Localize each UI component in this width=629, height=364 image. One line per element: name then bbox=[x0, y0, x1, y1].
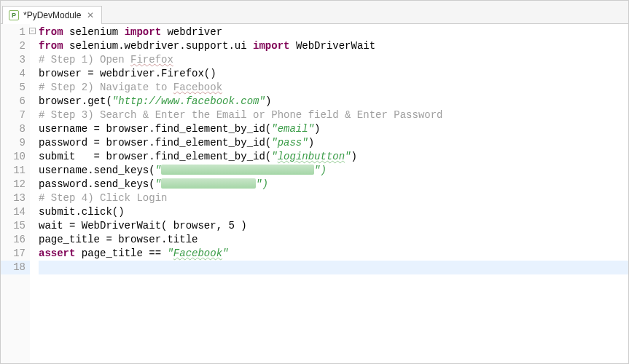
line-number: 8 bbox=[1, 122, 30, 136]
line-number: 5 bbox=[1, 81, 30, 95]
code-line: # Step 2) Navigate to Facebook bbox=[39, 81, 628, 95]
code-line: wait = WebDriverWait( browser, 5 ) bbox=[39, 219, 628, 233]
line-number: 2 bbox=[1, 39, 30, 53]
line-number: 15 bbox=[1, 219, 30, 233]
line-number-gutter: 1− 2 3 4 5 6 7 8 9 10 11 12 13 14 15 16 … bbox=[1, 24, 30, 363]
code-line: username = browser.find_element_by_id("e… bbox=[39, 122, 628, 136]
line-number: 4 bbox=[1, 67, 30, 81]
tab-bar: P *PyDevModule ✕ bbox=[1, 1, 628, 24]
line-number: 17 bbox=[1, 247, 30, 261]
line-number: 7 bbox=[1, 108, 30, 122]
line-number: 13 bbox=[1, 191, 30, 205]
line-number: 10 bbox=[1, 150, 30, 164]
line-number: 16 bbox=[1, 233, 30, 247]
code-line: submit.click() bbox=[39, 205, 628, 219]
code-line: # Step 3) Search & Enter the Email or Ph… bbox=[39, 108, 628, 122]
code-line: browser.get("http://www.facebook.com") bbox=[39, 95, 628, 108]
line-number: 3 bbox=[1, 53, 30, 67]
code-line: # Step 1) Open Firefox bbox=[39, 53, 628, 67]
code-line: password = browser.find_element_by_id("p… bbox=[39, 136, 628, 150]
code-line: from selenium import webdriver bbox=[39, 25, 628, 39]
line-number: 12 bbox=[1, 178, 30, 191]
code-line: assert page_title == "Facebook" bbox=[39, 247, 628, 261]
code-line: page_title = browser.title bbox=[39, 233, 628, 247]
line-number: 18 bbox=[1, 261, 30, 274]
tab-title: *PyDevModule bbox=[23, 10, 81, 20]
code-content[interactable]: from selenium import webdriver from sele… bbox=[30, 24, 628, 363]
fold-icon[interactable]: − bbox=[29, 28, 36, 34]
line-number: 1− bbox=[1, 25, 30, 39]
line-number: 9 bbox=[1, 136, 30, 150]
redacted-username bbox=[161, 165, 314, 175]
code-line: from selenium.webdriver.support.ui impor… bbox=[39, 39, 628, 53]
code-line bbox=[39, 261, 628, 274]
python-file-icon: P bbox=[9, 10, 19, 20]
code-line: submit = browser.find_element_by_id("log… bbox=[39, 150, 628, 164]
close-icon[interactable]: ✕ bbox=[85, 10, 95, 20]
code-line: password.send_keys("") bbox=[39, 178, 628, 191]
line-number: 14 bbox=[1, 205, 30, 219]
code-line: browser = webdriver.Firefox() bbox=[39, 67, 628, 81]
line-number: 11 bbox=[1, 164, 30, 178]
code-line: # Step 4) Click Login bbox=[39, 191, 628, 205]
editor-tab[interactable]: P *PyDevModule ✕ bbox=[2, 6, 102, 24]
editor-area: 1− 2 3 4 5 6 7 8 9 10 11 12 13 14 15 16 … bbox=[1, 24, 628, 363]
code-line: username.send_keys("") bbox=[39, 164, 628, 178]
line-number: 6 bbox=[1, 95, 30, 108]
redacted-password bbox=[161, 178, 256, 189]
